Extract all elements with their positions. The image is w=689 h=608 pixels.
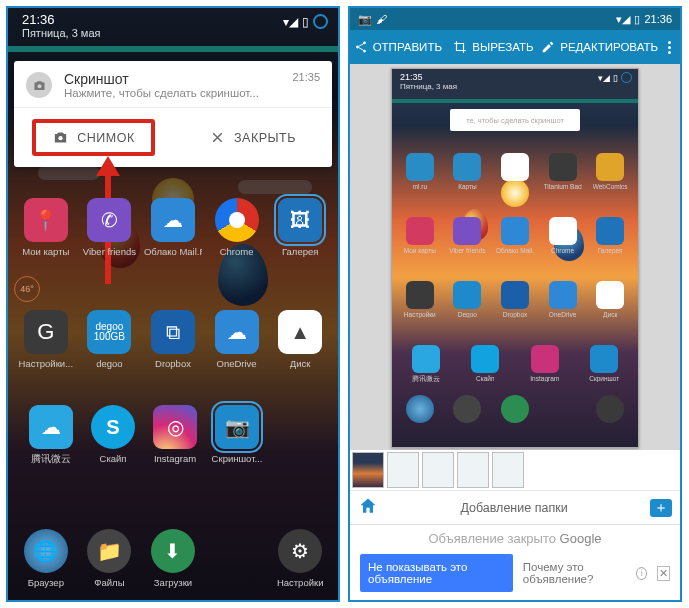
svg-point-4	[363, 50, 366, 53]
ad-panel: Объявление закрыто Google Не показывать …	[350, 524, 680, 600]
folder-bar: Добавление папки ＋	[350, 490, 680, 524]
thumbnail[interactable]	[422, 452, 454, 488]
home-icon[interactable]	[358, 496, 378, 520]
profile-icon[interactable]	[313, 14, 328, 29]
signal-icon: ▾◢	[283, 15, 298, 29]
close-button[interactable]: ЗАКРЫТЬ	[173, 108, 332, 167]
editor-toolbar: ОТПРАВИТЬ ВЫРЕЗАТЬ РЕДАКТИРОВАТЬ	[350, 30, 680, 64]
app-instagram[interactable]: ◎Instagram	[146, 405, 204, 466]
add-folder-button[interactable]: ＋	[650, 499, 672, 517]
svg-point-1	[59, 136, 63, 140]
app-drive[interactable]: ▲Диск	[271, 310, 329, 369]
ad-hide-button[interactable]: Не показывать это объявление	[360, 554, 513, 592]
app-chrome[interactable]: Chrome	[208, 198, 266, 257]
right-editor: 📷 🖌 ▾◢ ▯ 21:36 ОТПРАВИТЬ ВЫРЕЗАТЬ РЕДАКТ…	[348, 6, 682, 602]
svg-point-0	[37, 84, 41, 88]
folder-label[interactable]: Добавление папки	[378, 501, 650, 515]
dock-downloads[interactable]: ⬇Загрузки	[144, 529, 202, 588]
dock-browser[interactable]: 🌐Браузер	[17, 529, 75, 588]
edit-button[interactable]: РЕДАКТИРОВАТЬ	[541, 40, 658, 54]
left-phone: 21:36 Пятница, 3 мая ▾◢ ▯ Скриншот Нажми…	[6, 6, 340, 602]
close-icon	[209, 129, 226, 146]
temperature-widget[interactable]: 46°	[14, 276, 40, 302]
app-mailru-cloud[interactable]: ☁Облако Mail.Ru	[144, 198, 202, 257]
app-degoo[interactable]: degoo100GBdegoo	[80, 310, 138, 369]
app-row-1: 📍Мои карты ✆Viber friends ☁Облако Mail.R…	[8, 198, 338, 257]
camera-icon	[26, 72, 52, 98]
app-my-maps[interactable]: 📍Мои карты	[17, 198, 75, 257]
notification-subtitle: Нажмите, чтобы сделать скриншот...	[64, 87, 259, 99]
send-button[interactable]: ОТПРАВИТЬ	[350, 40, 446, 54]
battery-icon: ▯	[302, 15, 309, 29]
preview-content: 21:35 Пятница, 3 мая ▾◢▯ те, чтобы сдела…	[391, 68, 639, 448]
status-bar: 21:36 Пятница, 3 мая ▾◢ ▯	[8, 8, 338, 46]
snap-button[interactable]: СНИМОК	[14, 108, 173, 167]
thumbnail[interactable]	[492, 452, 524, 488]
pencil-icon	[541, 40, 555, 54]
battery-icon: ▯	[634, 13, 640, 26]
app-screenshot[interactable]: 📷Скриншот...	[208, 405, 266, 466]
app-skype[interactable]: SСкайп	[84, 405, 142, 466]
thumbnail-strip[interactable]	[350, 450, 680, 490]
status-time: 21:36	[644, 13, 672, 25]
signal-icon: ▾◢	[616, 13, 630, 26]
brush-icon: 🖌	[376, 13, 387, 25]
app-row-2: GНастройки... degoo100GBdegoo ⧉Dropbox ☁…	[8, 310, 338, 369]
info-icon: i	[636, 567, 647, 580]
crop-icon	[453, 40, 467, 54]
accent-bar	[8, 46, 338, 52]
editor-status-bar: 📷 🖌 ▾◢ ▯ 21:36	[350, 8, 680, 30]
dock-settings[interactable]: ⚙Настройки	[271, 529, 329, 588]
dock: 🌐Браузер 📁Файлы ⬇Загрузки ⚙Настройки	[8, 529, 338, 588]
preview-dock	[392, 395, 638, 423]
thumbnail[interactable]	[352, 452, 384, 488]
ad-headline: Объявление закрыто Google	[360, 531, 670, 546]
share-icon	[354, 40, 368, 54]
notification-time: 21:35	[292, 71, 320, 83]
screenshot-preview[interactable]: 21:35 Пятница, 3 мая ▾◢▯ те, чтобы сдела…	[350, 64, 680, 450]
app-row-3: ☁腾讯微云 SСкайп ◎Instagram 📷Скриншот...	[16, 405, 272, 466]
ad-why-link[interactable]: Почему это объявление? i	[519, 554, 652, 592]
more-menu[interactable]	[658, 41, 680, 54]
app-viber[interactable]: ✆Viber friends	[80, 198, 138, 257]
app-google-settings[interactable]: GНастройки...	[17, 310, 75, 369]
thumbnail[interactable]	[457, 452, 489, 488]
screenshot-notification[interactable]: Скриншот Нажмите, чтобы сделать скриншот…	[14, 61, 332, 167]
camera-icon: 📷	[358, 13, 372, 26]
thumbnail[interactable]	[387, 452, 419, 488]
camera-icon	[52, 129, 69, 146]
crop-button[interactable]: ВЫРЕЗАТЬ	[446, 40, 542, 54]
dock-files[interactable]: 📁Файлы	[80, 529, 138, 588]
app-weiyun[interactable]: ☁腾讯微云	[22, 405, 80, 466]
app-onedrive[interactable]: ☁OneDrive	[208, 310, 266, 369]
ad-close-button[interactable]: ✕	[657, 566, 670, 581]
svg-point-2	[363, 42, 366, 45]
app-dropbox[interactable]: ⧉Dropbox	[144, 310, 202, 369]
app-gallery[interactable]: 🖼Галерея	[271, 198, 329, 257]
notification-title: Скриншот	[64, 71, 259, 87]
